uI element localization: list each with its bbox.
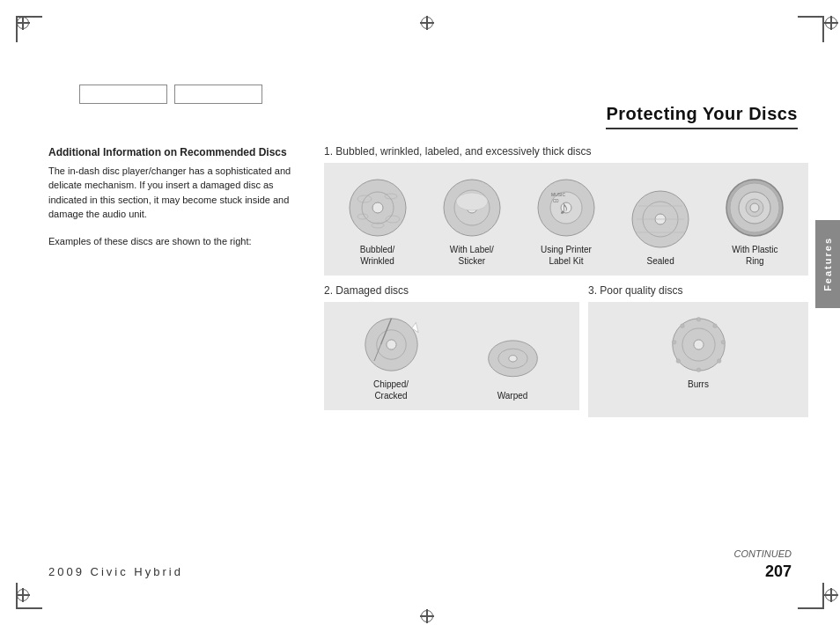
left-body: The in-dash disc player/changer has a so… <box>48 164 308 222</box>
section2-disc-row: Chipped/Cracked Warped <box>333 316 571 401</box>
svg-point-43 <box>717 359 721 364</box>
right-panel: 1. Bubbled, wrinkled, labeled, and exces… <box>324 145 808 419</box>
disc-printer-icon: ♪ MUSIC CD <box>535 177 597 239</box>
svg-point-1 <box>372 202 383 213</box>
page-footer: 2009 Civic Hybrid 207 <box>0 562 840 581</box>
svg-point-36 <box>508 356 516 362</box>
svg-point-40 <box>696 317 701 321</box>
title-rule <box>606 128 798 129</box>
section3-disc-row: Burrs <box>597 316 799 390</box>
disc-item-warped: Warped <box>473 327 552 401</box>
svg-point-46 <box>672 340 676 344</box>
page-title-area: Protecting Your Discs <box>606 104 798 129</box>
disc-item-plastic: With PlasticRing <box>715 177 794 267</box>
top-boxes <box>79 85 262 104</box>
disc-item-bubbled: Bubbled/Wrinkled <box>338 177 417 267</box>
svg-point-47 <box>680 324 684 328</box>
svg-point-39 <box>693 340 703 349</box>
top-box-1 <box>79 85 167 104</box>
section3-box: Burrs <box>588 302 808 417</box>
svg-point-28 <box>750 203 759 212</box>
page-title: Protecting Your Discs <box>606 104 798 124</box>
left-examples: Examples of these discs are shown to the… <box>48 234 308 249</box>
top-box-2 <box>174 85 262 104</box>
disc-item-sealed: Sealed <box>621 188 700 267</box>
footer-page-number: 207 <box>765 562 792 581</box>
disc-chipped-label: Chipped/Cracked <box>373 379 409 401</box>
disc-item-chipped: Chipped/Cracked <box>351 316 431 401</box>
disc-warped-icon <box>484 327 542 385</box>
disc-burrs-label: Burrs <box>688 379 709 390</box>
disc-sealed-label: Sealed <box>647 255 674 267</box>
disc-sticker-icon <box>441 177 503 239</box>
features-sidebar: Features <box>815 220 840 308</box>
section1-label: 1. Bubbled, wrinkled, labeled, and exces… <box>324 145 808 158</box>
svg-text:CD: CD <box>553 199 559 203</box>
section2-container: 2. Damaged discs <box>324 284 579 419</box>
svg-point-41 <box>712 324 717 328</box>
disc-item-sticker: With Label/Sticker <box>432 177 512 267</box>
svg-point-45 <box>675 359 680 364</box>
disc-plastic-label: With PlasticRing <box>732 244 777 267</box>
svg-point-11 <box>456 193 488 210</box>
disc-bubbled-icon <box>347 177 409 239</box>
disc-plastic-icon <box>724 177 785 239</box>
disc-item-printer: ♪ MUSIC CD Using PrinterLabel Kit <box>527 177 606 267</box>
corner-mark-br <box>798 583 824 609</box>
section2-label: 2. Damaged discs <box>324 284 579 297</box>
section3-label: 3. Poor quality discs <box>588 284 808 297</box>
corner-mark-tr <box>798 16 824 42</box>
svg-text:♪: ♪ <box>559 196 569 218</box>
svg-text:MUSIC: MUSIC <box>551 192 566 197</box>
features-label: Features <box>822 237 833 291</box>
disc-printer-label: Using PrinterLabel Kit <box>541 244 592 267</box>
disc-bubbled-label: Bubbled/Wrinkled <box>360 244 394 267</box>
disc-chipped-icon <box>363 316 420 373</box>
disc-sticker-label: With Label/Sticker <box>450 244 494 267</box>
bottom-row: 2. Damaged discs <box>324 284 808 419</box>
disc-sealed-icon <box>630 188 691 250</box>
footer-model: 2009 Civic Hybrid <box>48 565 183 578</box>
svg-point-44 <box>696 368 701 372</box>
section1-box: Bubbled/Wrinkled With Label/Sticker <box>324 163 808 276</box>
section2-box: Chipped/Cracked Warped <box>324 302 579 410</box>
svg-point-31 <box>386 340 395 349</box>
svg-point-42 <box>721 340 726 344</box>
disc-item-burrs: Burrs <box>659 316 738 390</box>
section3-container: 3. Poor quality discs <box>588 284 808 419</box>
left-panel: Additional Information on Recommended Di… <box>48 145 308 248</box>
disc-burrs-icon <box>670 316 727 373</box>
section1-disc-row: Bubbled/Wrinkled With Label/Sticker <box>333 177 799 267</box>
disc-warped-label: Warped <box>497 390 528 401</box>
left-heading: Additional Information on Recommended Di… <box>48 145 308 160</box>
continued-text: CONTINUED <box>734 548 792 559</box>
